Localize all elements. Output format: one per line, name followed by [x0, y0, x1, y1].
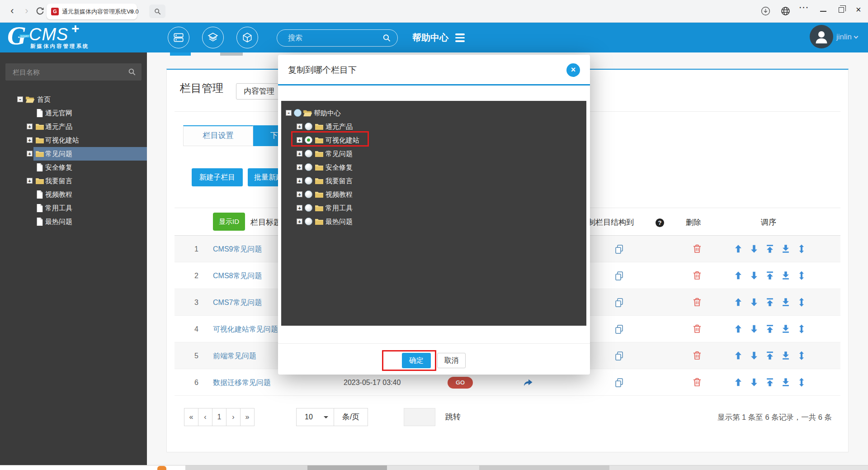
radio-button[interactable]	[305, 150, 312, 157]
browser-back-button[interactable]: ‹	[6, 5, 18, 17]
move-down-icon[interactable]	[749, 324, 759, 334]
close-window-icon[interactable]: ×	[856, 5, 861, 15]
move-up-icon[interactable]	[733, 271, 743, 280]
content-panel-icon[interactable]	[168, 27, 189, 48]
tree-expand-toggle[interactable]: +	[27, 151, 33, 157]
modal-tree-item[interactable]: +安全修复	[281, 161, 586, 174]
move-updown-icon[interactable]	[797, 271, 807, 280]
layers-icon[interactable]	[202, 27, 224, 48]
jump-page-input[interactable]	[404, 408, 435, 426]
cube-icon[interactable]	[236, 27, 258, 48]
sidebar-item[interactable]: 最热问题	[0, 215, 147, 228]
delete-icon[interactable]	[692, 323, 703, 334]
sidebar-item[interactable]: 视频教程	[0, 188, 147, 201]
column-title-link[interactable]: CMS9常见问题	[213, 236, 262, 262]
move-top-icon[interactable]	[765, 271, 775, 280]
hamburger-menu-icon[interactable]	[455, 33, 465, 44]
sidebar-item[interactable]: 安全修复	[0, 161, 147, 174]
username-menu[interactable]: jinlin	[836, 33, 858, 42]
sidebar-item[interactable]: +我要留言	[0, 174, 147, 188]
tree-expand-toggle[interactable]: +	[297, 164, 302, 170]
move-up-icon[interactable]	[733, 351, 743, 361]
tab-column-settings[interactable]: 栏目设置	[183, 125, 253, 146]
content-manage-button[interactable]: 内容管理	[236, 83, 282, 100]
delete-icon[interactable]	[692, 297, 703, 308]
modal-tree-item[interactable]: +常用工具	[281, 201, 586, 215]
move-updown-icon[interactable]	[797, 324, 807, 334]
radio-button[interactable]	[305, 177, 312, 185]
radio-button[interactable]	[305, 190, 312, 198]
restore-window-icon[interactable]	[839, 7, 844, 13]
preview-arrow-icon[interactable]	[523, 377, 533, 388]
column-title-link[interactable]: 数据迁移常见问题	[213, 369, 271, 396]
page-first-button[interactable]: «	[184, 408, 198, 426]
page-prev-button[interactable]: ‹	[198, 408, 212, 426]
column-title-link[interactable]: 前端常见问题	[213, 342, 256, 369]
tree-expand-toggle[interactable]: +	[27, 137, 33, 143]
delete-icon[interactable]	[692, 243, 703, 254]
copy-structure-icon[interactable]	[614, 351, 625, 361]
cancel-button[interactable]: 取消	[437, 353, 466, 368]
copy-structure-icon[interactable]	[614, 271, 625, 281]
column-title-link[interactable]: CMS7常见问题	[213, 289, 262, 316]
modal-tree-item[interactable]: +视频教程	[281, 188, 586, 201]
move-top-icon[interactable]	[765, 244, 775, 254]
move-bottom-icon[interactable]	[781, 351, 791, 361]
modal-tree-root[interactable]: -帮助中心	[281, 106, 586, 120]
move-down-icon[interactable]	[749, 377, 759, 387]
copy-structure-icon[interactable]	[614, 377, 625, 388]
radio-button[interactable]	[294, 109, 302, 117]
modal-close-button[interactable]: ×	[566, 63, 580, 77]
tree-expand-toggle[interactable]: +	[297, 151, 302, 157]
move-down-icon[interactable]	[749, 351, 759, 361]
globe-icon[interactable]	[780, 6, 791, 18]
modal-tree-item[interactable]: +最热问题	[281, 215, 586, 228]
browser-search-tab[interactable]	[149, 5, 165, 18]
delete-icon[interactable]	[692, 350, 703, 361]
copy-structure-icon[interactable]	[614, 297, 625, 308]
sidebar-item-root[interactable]: -首页	[0, 93, 147, 106]
column-title-link[interactable]: CMS8常见问题	[213, 262, 262, 289]
move-up-icon[interactable]	[733, 377, 743, 387]
move-down-icon[interactable]	[749, 297, 759, 307]
radio-button[interactable]	[305, 123, 312, 130]
move-top-icon[interactable]	[765, 297, 775, 307]
tree-expand-toggle[interactable]: +	[27, 123, 33, 129]
modal-tree-item[interactable]: +常见问题	[281, 147, 586, 161]
move-updown-icon[interactable]	[797, 351, 807, 361]
sidebar-search-input[interactable]	[12, 68, 128, 76]
move-up-icon[interactable]	[733, 297, 743, 307]
tree-expand-toggle[interactable]: +	[297, 191, 302, 197]
sidebar-item[interactable]: 常用工具	[0, 201, 147, 215]
move-down-icon[interactable]	[749, 271, 759, 280]
radio-button[interactable]	[305, 163, 312, 171]
sidebar-search-box[interactable]	[5, 63, 142, 81]
tree-expand-toggle[interactable]: +	[27, 178, 33, 184]
help-question-icon[interactable]: ?	[656, 218, 664, 227]
browser-menu-icon[interactable]: ···	[799, 4, 809, 12]
show-id-button[interactable]: 显示ID	[213, 213, 245, 231]
help-center-link[interactable]: 帮助中心	[412, 32, 448, 44]
move-bottom-icon[interactable]	[781, 377, 791, 387]
page-number[interactable]: 1	[212, 408, 226, 426]
tree-expand-toggle[interactable]: -	[17, 96, 23, 102]
move-down-icon[interactable]	[749, 244, 759, 254]
column-title-link[interactable]: 可视化建站常见问题	[213, 316, 278, 342]
sidebar-item[interactable]: 通元官网	[0, 106, 147, 120]
minimize-icon[interactable]	[820, 11, 826, 12]
sidebar-item[interactable]: +通元产品	[0, 120, 147, 133]
tree-expand-toggle[interactable]: -	[286, 110, 292, 116]
move-up-icon[interactable]	[733, 244, 743, 254]
move-bottom-icon[interactable]	[781, 324, 791, 334]
move-top-icon[interactable]	[765, 324, 775, 334]
go-badge[interactable]: GO	[448, 377, 473, 389]
tree-expand-toggle[interactable]: +	[297, 218, 302, 224]
header-search-box[interactable]	[277, 29, 398, 47]
avatar[interactable]	[810, 25, 833, 48]
delete-icon[interactable]	[692, 270, 703, 281]
move-top-icon[interactable]	[765, 351, 775, 361]
browser-forward-button[interactable]: ›	[21, 5, 33, 17]
browser-refresh-button[interactable]	[35, 6, 45, 18]
move-updown-icon[interactable]	[797, 377, 807, 387]
page-next-button[interactable]: ›	[226, 408, 241, 426]
